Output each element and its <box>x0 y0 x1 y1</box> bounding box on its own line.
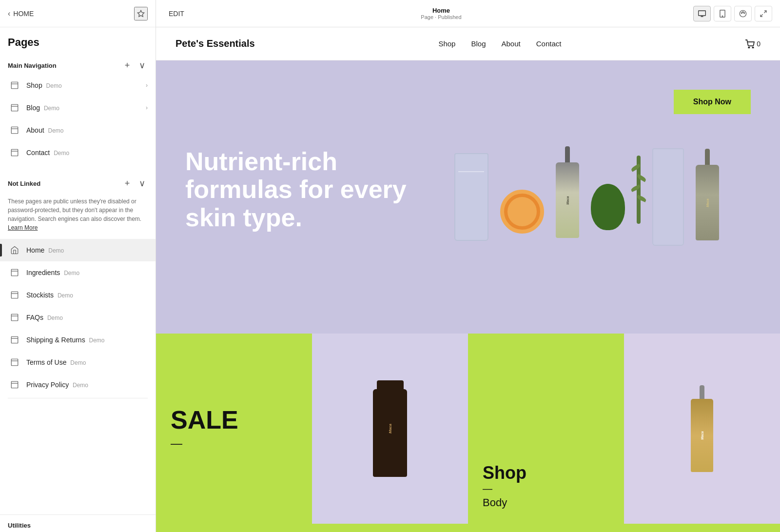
nav-item-privacy-label: Privacy Policy Demo <box>26 381 148 389</box>
blog-chevron-icon: › <box>146 104 148 111</box>
site-nav-contact[interactable]: Contact <box>536 39 562 48</box>
product-image-content-2: Maca <box>681 375 723 482</box>
svg-point-25 <box>722 16 722 16</box>
faqs-page-icon <box>8 311 21 324</box>
nav-item-terms[interactable]: Terms of Use Demo <box>0 351 156 374</box>
hero-title: Nutrient-rich formulas for every skin ty… <box>185 148 439 232</box>
left-panel: ‹ HOME Pages Main Navigation + ∨ Shop De… <box>0 0 156 532</box>
main-navigation-header: Main Navigation + ∨ <box>0 54 156 74</box>
shop-body-tile: Shop — Body <box>468 334 624 524</box>
blog-page-icon <box>8 101 21 115</box>
svg-point-29 <box>744 12 745 13</box>
svg-rect-11 <box>11 292 18 298</box>
pages-title: Pages <box>0 27 156 54</box>
stockists-page-icon <box>8 288 21 302</box>
main-area: EDIT Home Page · Published <box>156 0 780 532</box>
page-name: Home <box>421 7 461 14</box>
edit-button[interactable]: EDIT <box>164 7 189 20</box>
hero-text: Nutrient-rich formulas for every skin ty… <box>185 148 439 246</box>
nav-item-shop-label: Shop Demo <box>26 81 146 89</box>
svg-rect-21 <box>699 11 706 16</box>
desktop-view-button[interactable] <box>693 6 711 21</box>
dropper-bottle-2: Maca <box>696 149 719 240</box>
svg-marker-0 <box>137 10 144 17</box>
sale-title: SALE <box>171 407 297 433</box>
svg-rect-5 <box>11 127 18 134</box>
avocado <box>591 184 625 230</box>
nav-item-about[interactable]: About Demo <box>0 119 156 141</box>
expand-button[interactable] <box>755 6 772 21</box>
not-linked-items: Home Demo Ingredients Demo Stockists Dem… <box>0 239 156 396</box>
site-nav-shop[interactable]: Shop <box>438 39 455 48</box>
amber-dropper-bottle: Maca <box>691 385 713 472</box>
palette-button[interactable] <box>734 6 752 21</box>
privacy-page-icon <box>8 378 21 392</box>
website-preview: Pete's Essentials Shop Blog About Contac… <box>156 27 780 532</box>
site-nav-blog[interactable]: Blog <box>471 39 486 48</box>
shop-chevron-icon: › <box>146 82 148 89</box>
cart-icon[interactable]: 0 <box>745 39 760 48</box>
home-page-icon <box>8 243 21 257</box>
nav-item-stockists[interactable]: Stockists Demo <box>0 284 156 306</box>
svg-point-30 <box>748 47 749 48</box>
tablet-icon <box>720 10 725 18</box>
nav-item-contact-label: Contact Demo <box>26 149 148 157</box>
nav-item-home[interactable]: Home Demo <box>0 239 156 261</box>
nav-item-ingredients[interactable]: Ingredients Demo <box>0 261 156 284</box>
main-navigation-label: Main Navigation <box>8 62 57 69</box>
cart-count: 0 <box>757 40 760 48</box>
nav-item-shipping[interactable]: Shipping & Returns Demo <box>0 329 156 351</box>
svg-rect-15 <box>11 336 18 343</box>
nav-item-blog[interactable]: Blog Demo › <box>0 97 156 119</box>
not-linked-info-text: These pages are public unless they're di… <box>0 192 156 239</box>
preview-area: Pete's Essentials Shop Blog About Contac… <box>156 27 780 532</box>
nav-item-faqs[interactable]: FAQs Demo <box>0 306 156 329</box>
sale-tile: SALE — <box>156 334 312 524</box>
ingredients-page-icon <box>8 266 21 279</box>
site-logo: Pete's Essentials <box>176 38 255 49</box>
shop-body-dash: — <box>483 483 609 494</box>
svg-rect-1 <box>11 82 18 89</box>
utilities-section: Utilities <box>0 514 156 532</box>
home-active-indicator <box>0 244 2 256</box>
shipping-page-icon <box>8 333 21 347</box>
main-nav-items: Shop Demo › Blog Demo › About Demo <box>0 74 156 164</box>
main-nav-add-button[interactable]: + <box>121 59 133 71</box>
contact-page-icon <box>8 146 21 159</box>
svg-point-27 <box>741 12 742 13</box>
svg-rect-3 <box>11 104 18 111</box>
home-back-button[interactable]: ‹ HOME <box>8 9 34 18</box>
main-nav-collapse-button[interactable]: ∨ <box>136 59 148 71</box>
nav-item-privacy[interactable]: Privacy Policy Demo <box>0 374 156 396</box>
panel-top-bar: ‹ HOME <box>0 0 156 27</box>
shop-page-icon <box>8 79 21 92</box>
svg-rect-17 <box>11 359 18 366</box>
nav-item-shop[interactable]: Shop Demo › <box>0 74 156 97</box>
product-image-tile-2: Maca <box>624 334 780 524</box>
not-linked-add-button[interactable]: + <box>121 177 133 189</box>
nav-item-home-label: Home Demo <box>26 246 148 254</box>
page-status: Page · Published <box>421 14 461 20</box>
about-page-icon <box>8 123 21 137</box>
nav-item-contact[interactable]: Contact Demo <box>0 141 156 164</box>
bottom-grid: SALE — Maca <box>156 334 780 524</box>
expand-icon <box>760 10 767 18</box>
nav-item-faqs-label: FAQs Demo <box>26 314 148 321</box>
dark-bottle: Maca <box>373 380 407 477</box>
learn-more-link[interactable]: Learn More <box>8 224 38 231</box>
tablet-view-button[interactable] <box>714 6 731 21</box>
nav-item-terms-label: Terms of Use Demo <box>26 358 148 366</box>
shop-body-sub: Body <box>483 496 609 509</box>
svg-point-28 <box>742 11 743 12</box>
home-demo-tag: Demo <box>48 247 64 254</box>
top-bar-left: EDIT <box>164 7 189 20</box>
not-linked-label: Not Linked <box>8 180 40 187</box>
nav-item-stockists-label: Stockists Demo <box>26 291 148 299</box>
site-nav-about[interactable]: About <box>502 39 521 48</box>
sale-dash: — <box>171 436 297 450</box>
blog-demo-tag: Demo <box>44 105 59 112</box>
palette-icon <box>739 10 747 18</box>
star-icon-button[interactable] <box>134 7 148 20</box>
rosemary <box>637 156 641 224</box>
not-linked-collapse-button[interactable]: ∨ <box>136 177 148 189</box>
